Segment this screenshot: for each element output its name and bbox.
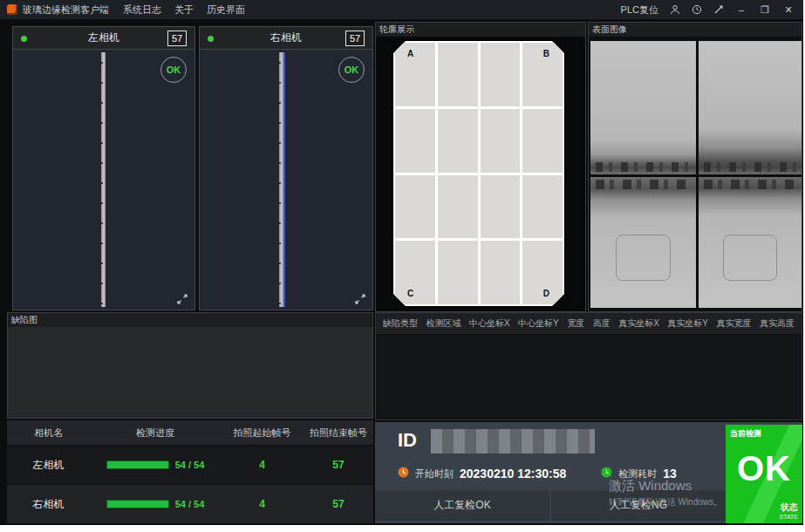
app-logo-icon: [7, 4, 17, 15]
camera-name: 左相机: [7, 458, 90, 473]
manual-recheck-ok-button[interactable]: 人工复检OK: [375, 490, 549, 521]
minimize-button[interactable]: –: [735, 4, 747, 15]
col-height: 高度: [593, 317, 611, 330]
corner-label-a: A: [407, 49, 413, 58]
menu-system-log[interactable]: 系统日志: [123, 3, 161, 17]
col-detect-region: 检测区域: [426, 317, 460, 330]
start-frame-value: 4: [221, 498, 304, 510]
id-value-censored: [431, 429, 595, 454]
status-dot-icon: [208, 36, 214, 42]
col-center-x: 中心坐标X: [469, 317, 510, 330]
progress-table-header: 相机名 检测进度 拍照起始帧号 拍照结束帧号: [7, 420, 373, 445]
start-frame-value: 4: [221, 459, 304, 471]
app-title: 玻璃边缘检测客户端: [23, 3, 109, 17]
table-row: 左相机 54 / 54 4 57: [7, 446, 373, 484]
defect-table-header: 缺陷类型 检测区域 中心坐标X 中心坐标Y 宽度 高度 真实坐标X 真实坐标Y …: [376, 313, 802, 334]
end-frame-value: 57: [304, 498, 373, 510]
defect-image-panel-title: 缺陷图: [8, 313, 372, 327]
surface-image-top-right[interactable]: [699, 41, 802, 174]
right-camera-ok-badge: OK: [338, 57, 365, 83]
progress-label: 54 / 54: [175, 460, 205, 470]
end-frame-value: 57: [304, 459, 373, 471]
glass-edge-strip: [101, 52, 106, 307]
expand-icon[interactable]: [177, 292, 188, 303]
col-real-width: 真实宽度: [716, 317, 751, 330]
windows-activation-watermark: 激活 Windows: [609, 478, 692, 494]
col-start-frame: 拍照起始帧号: [221, 426, 304, 440]
corner-label-c: C: [407, 289, 413, 298]
badge-state-en: STATE: [779, 514, 798, 520]
right-camera-header: 右相机 57: [200, 27, 372, 50]
left-camera-header: 左相机 57: [13, 27, 194, 50]
windows-activation-watermark-sub: 转到“设置”以激活 Windows。: [609, 496, 722, 508]
user-icon[interactable]: [670, 4, 680, 15]
corner-label-d: D: [543, 289, 549, 298]
col-progress: 检测进度: [90, 426, 221, 440]
left-camera-panel: 左相机 57 OK: [12, 26, 195, 310]
menu-history[interactable]: 历史界面: [207, 3, 245, 17]
right-camera-panel: 右相机 57 OK: [199, 26, 373, 310]
start-time-label: 开始时刻: [415, 467, 454, 481]
contour-view[interactable]: A B C D: [376, 37, 585, 311]
contour-grid: [395, 43, 563, 304]
surface-panel: 表面图像: [588, 22, 802, 312]
app-window: 玻璃边缘检测客户端 系统日志 关于 历史界面 PLC复位 – ❐ ✕ 左相机 5…: [0, 0, 803, 525]
surface-panel-title: 表面图像: [589, 23, 802, 37]
left-camera-frame-counter: 57: [167, 31, 187, 46]
col-defect-type: 缺陷类型: [383, 317, 418, 330]
surface-image-bottom-right[interactable]: [699, 177, 802, 308]
defect-data-table: 缺陷类型 检测区域 中心坐标X 中心坐标Y 宽度 高度 真实坐标X 真实坐标Y …: [375, 312, 802, 420]
title-bar: 玻璃边缘检测客户端 系统日志 关于 历史界面 PLC复位 – ❐ ✕: [0, 0, 803, 19]
progress-bar: [106, 500, 169, 508]
col-real-height: 真实高度: [760, 317, 795, 330]
menu-about[interactable]: 关于: [174, 3, 194, 17]
right-camera-frame-counter: 57: [345, 31, 365, 46]
plc-reset-button[interactable]: PLC复位: [621, 3, 658, 17]
defect-image-view[interactable]: [8, 327, 372, 418]
start-time-value: 20230210 12:30:58: [460, 467, 566, 481]
col-end-frame: 拍照结束帧号: [304, 426, 373, 440]
right-camera-image[interactable]: OK: [200, 50, 372, 310]
defect-table-body[interactable]: [376, 334, 802, 419]
progress-bar: [106, 460, 169, 469]
glass-edge-strip: [279, 52, 283, 307]
maximize-button[interactable]: ❐: [759, 4, 771, 16]
col-real-y: 真实坐标Y: [667, 317, 708, 330]
clock-icon[interactable]: [692, 4, 702, 15]
corner-label-b: B: [543, 49, 549, 58]
left-camera-ok-badge: OK: [160, 57, 187, 83]
col-center-y: 中心坐标Y: [518, 317, 559, 330]
expand-icon[interactable]: [355, 292, 365, 303]
col-camera-name: 相机名: [7, 426, 90, 440]
surface-image-top-left[interactable]: [590, 41, 696, 174]
progress-label: 54 / 54: [175, 499, 205, 509]
table-row: 右相机 54 / 54 4 57: [7, 485, 373, 523]
badge-current-label: 当前检测: [730, 428, 761, 440]
glass-outline: A B C D: [392, 39, 566, 308]
result-status-badge: 当前检测 OK 状态 STATE: [726, 425, 802, 523]
col-width: 宽度: [567, 317, 584, 330]
badge-result-value: OK: [726, 449, 802, 488]
connection-icon[interactable]: [713, 4, 724, 15]
camera-progress-table: 相机名 检测进度 拍照起始帧号 拍照结束帧号 左相机 54 / 54 4 57 …: [7, 420, 373, 523]
camera-name: 右相机: [7, 497, 90, 512]
contour-panel: 轮廓展示 A B C D: [375, 22, 586, 312]
badge-state-cn: 状态: [779, 501, 798, 514]
id-label: ID: [398, 429, 417, 452]
close-button[interactable]: ✕: [782, 4, 795, 16]
surface-image-bottom-left[interactable]: [590, 177, 696, 308]
contour-panel-title: 轮廓展示: [376, 23, 585, 37]
defect-image-panel: 缺陷图: [7, 312, 373, 419]
edge-highlight-line: [283, 52, 285, 307]
start-time-icon: [398, 466, 409, 481]
surface-images: [589, 37, 802, 311]
left-camera-image[interactable]: OK: [13, 50, 194, 310]
status-dot-icon: [21, 36, 27, 42]
col-real-x: 真实坐标X: [618, 317, 659, 330]
result-panel: ID 开始时刻 20230210 12:30:58 检测耗时 13 人工复检OK…: [375, 422, 802, 523]
